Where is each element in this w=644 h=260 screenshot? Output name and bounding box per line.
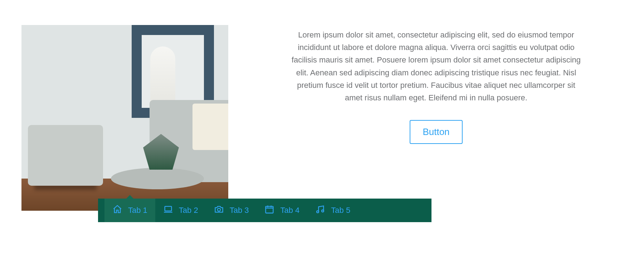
home-icon — [112, 204, 122, 216]
hero-image — [21, 25, 228, 211]
tab-label: Tab 5 — [331, 206, 350, 215]
camera-icon — [214, 204, 224, 216]
body-paragraph: Lorem ipsum dolor sit amet, consectetur … — [288, 29, 585, 104]
content-column: Lorem ipsum dolor sit amet, consectetur … — [250, 25, 623, 144]
tab-1[interactable]: Tab 1 — [104, 199, 155, 222]
tab-2[interactable]: Tab 2 — [155, 199, 206, 222]
calendar-icon — [264, 204, 274, 216]
svg-point-4 — [322, 210, 324, 212]
tab-5[interactable]: Tab 5 — [307, 199, 358, 222]
tab-bar: Tab 1 Tab 2 Tab 3 Tab 4 Tab 5 — [98, 199, 431, 222]
cta-button[interactable]: Button — [410, 120, 462, 144]
music-icon — [315, 204, 325, 216]
svg-point-1 — [218, 208, 220, 211]
tab-4[interactable]: Tab 4 — [257, 199, 307, 222]
svg-rect-2 — [266, 206, 273, 213]
laptop-icon — [163, 204, 173, 216]
tab-label: Tab 2 — [179, 206, 198, 215]
svg-point-3 — [317, 211, 319, 213]
tab-label: Tab 3 — [230, 206, 249, 215]
svg-rect-0 — [165, 206, 171, 211]
tab-3[interactable]: Tab 3 — [206, 199, 257, 222]
tab-label: Tab 1 — [128, 206, 147, 215]
tab-label: Tab 4 — [280, 206, 299, 215]
